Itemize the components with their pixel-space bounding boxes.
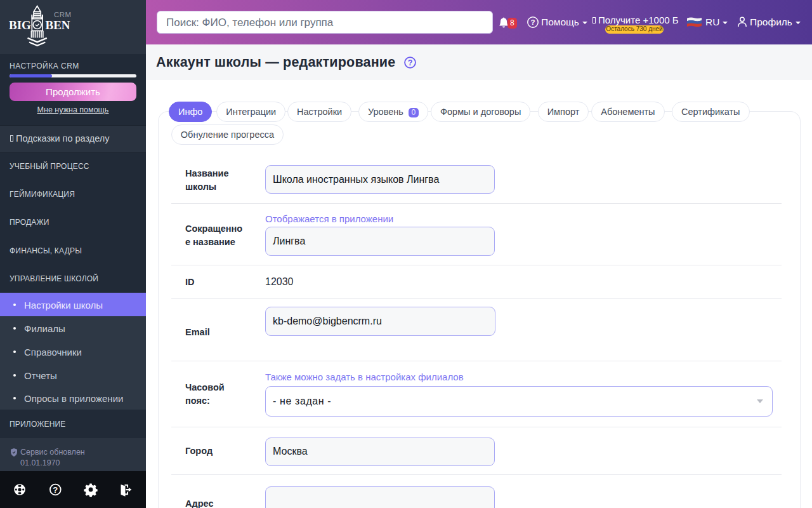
svg-text:?: ? (530, 18, 535, 26)
svg-text:?: ? (53, 485, 58, 495)
svg-text:?: ? (408, 58, 413, 67)
